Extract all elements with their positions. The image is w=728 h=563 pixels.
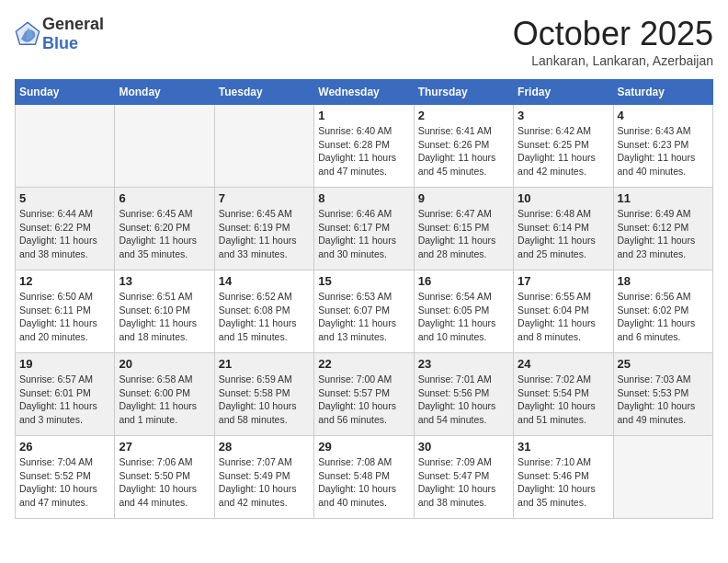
day-info: Sunrise: 6:46 AMSunset: 6:17 PMDaylight:… [318,207,409,261]
logo-wordmark: General Blue [42,15,104,53]
weekday-header-row: SundayMondayTuesdayWednesdayThursdayFrid… [16,80,713,105]
day-info: Sunrise: 6:42 AMSunset: 6:25 PMDaylight:… [518,124,609,178]
day-info: Sunrise: 6:54 AMSunset: 6:05 PMDaylight:… [418,290,509,344]
calendar-cell: 18Sunrise: 6:56 AMSunset: 6:02 PMDayligh… [613,270,712,353]
calendar-week-row: 5Sunrise: 6:44 AMSunset: 6:22 PMDaylight… [16,188,713,270]
day-info: Sunrise: 6:48 AMSunset: 6:14 PMDaylight:… [518,207,609,261]
page-header: General Blue October 2025 Lankaran, Lank… [15,15,713,68]
calendar-cell: 31Sunrise: 7:10 AMSunset: 5:46 PMDayligh… [514,436,613,519]
weekday-header-tuesday: Tuesday [214,80,313,105]
weekday-header-saturday: Saturday [613,80,712,105]
day-info: Sunrise: 6:55 AMSunset: 6:04 PMDaylight:… [518,290,609,344]
day-number: 22 [318,357,409,371]
calendar-cell: 10Sunrise: 6:48 AMSunset: 6:14 PMDayligh… [514,188,613,270]
day-number: 18 [618,274,709,288]
calendar-cell [16,105,115,188]
logo: General Blue [15,15,104,53]
calendar-cell: 20Sunrise: 6:58 AMSunset: 6:00 PMDayligh… [115,353,214,436]
day-number: 19 [19,357,110,371]
calendar-cell: 1Sunrise: 6:40 AMSunset: 6:28 PMDaylight… [314,105,414,188]
calendar-cell [115,105,214,188]
calendar-cell: 24Sunrise: 7:02 AMSunset: 5:54 PMDayligh… [514,353,613,436]
day-info: Sunrise: 6:45 AMSunset: 6:19 PMDaylight:… [219,207,310,261]
calendar-week-row: 1Sunrise: 6:40 AMSunset: 6:28 PMDaylight… [16,105,713,188]
day-info: Sunrise: 7:03 AMSunset: 5:53 PMDaylight:… [618,373,709,427]
calendar-cell: 3Sunrise: 6:42 AMSunset: 6:25 PMDaylight… [514,105,613,188]
day-number: 29 [318,440,409,454]
weekday-header-monday: Monday [115,80,214,105]
weekday-header-friday: Friday [514,80,613,105]
day-info: Sunrise: 7:08 AMSunset: 5:48 PMDaylight:… [318,455,409,510]
day-number: 8 [318,191,409,205]
calendar-cell: 6Sunrise: 6:45 AMSunset: 6:20 PMDaylight… [115,188,214,270]
calendar-cell: 21Sunrise: 6:59 AMSunset: 5:58 PMDayligh… [214,353,313,436]
day-info: Sunrise: 6:40 AMSunset: 6:28 PMDaylight:… [318,124,409,178]
day-number: 3 [518,109,609,122]
calendar-cell: 11Sunrise: 6:49 AMSunset: 6:12 PMDayligh… [613,188,712,270]
calendar-cell: 9Sunrise: 6:47 AMSunset: 6:15 PMDaylight… [414,188,513,270]
calendar-cell [214,105,313,188]
calendar-cell: 30Sunrise: 7:09 AMSunset: 5:47 PMDayligh… [414,436,513,519]
day-info: Sunrise: 7:01 AMSunset: 5:56 PMDaylight:… [418,373,509,427]
day-number: 9 [418,191,509,205]
day-number: 2 [418,109,509,122]
day-number: 26 [19,440,110,454]
day-info: Sunrise: 7:02 AMSunset: 5:54 PMDaylight:… [518,373,609,427]
calendar-cell: 5Sunrise: 6:44 AMSunset: 6:22 PMDaylight… [16,188,115,270]
calendar-cell: 4Sunrise: 6:43 AMSunset: 6:23 PMDaylight… [613,105,712,188]
calendar-cell: 12Sunrise: 6:50 AMSunset: 6:11 PMDayligh… [16,270,115,353]
day-number: 23 [418,357,509,371]
day-info: Sunrise: 6:47 AMSunset: 6:15 PMDaylight:… [418,207,509,261]
day-info: Sunrise: 6:53 AMSunset: 6:07 PMDaylight:… [318,290,409,344]
calendar-cell: 13Sunrise: 6:51 AMSunset: 6:10 PMDayligh… [115,270,214,353]
day-number: 20 [119,357,210,371]
day-number: 28 [219,440,310,454]
day-info: Sunrise: 6:51 AMSunset: 6:10 PMDaylight:… [119,290,210,344]
day-number: 5 [19,191,110,205]
day-info: Sunrise: 7:09 AMSunset: 5:47 PMDaylight:… [418,455,509,510]
day-number: 30 [418,440,509,454]
day-number: 13 [119,274,210,288]
day-number: 25 [618,357,709,371]
day-number: 17 [518,274,609,288]
day-info: Sunrise: 6:49 AMSunset: 6:12 PMDaylight:… [618,207,709,261]
calendar-cell: 23Sunrise: 7:01 AMSunset: 5:56 PMDayligh… [414,353,513,436]
day-number: 12 [19,274,110,288]
day-number: 14 [219,274,310,288]
month-title: October 2025 [513,15,713,53]
calendar-cell: 29Sunrise: 7:08 AMSunset: 5:48 PMDayligh… [314,436,414,519]
logo-general: General [42,15,104,33]
calendar-week-row: 26Sunrise: 7:04 AMSunset: 5:52 PMDayligh… [16,436,713,519]
day-number: 11 [618,191,709,205]
calendar-cell [613,436,712,519]
day-number: 21 [219,357,310,371]
calendar-cell: 26Sunrise: 7:04 AMSunset: 5:52 PMDayligh… [16,436,115,519]
calendar-cell: 8Sunrise: 6:46 AMSunset: 6:17 PMDaylight… [314,188,414,270]
day-info: Sunrise: 7:04 AMSunset: 5:52 PMDaylight:… [19,455,110,510]
calendar-cell: 22Sunrise: 7:00 AMSunset: 5:57 PMDayligh… [314,353,414,436]
day-info: Sunrise: 6:50 AMSunset: 6:11 PMDaylight:… [19,290,110,344]
calendar-cell: 15Sunrise: 6:53 AMSunset: 6:07 PMDayligh… [314,270,414,353]
day-info: Sunrise: 6:56 AMSunset: 6:02 PMDaylight:… [618,290,709,344]
day-info: Sunrise: 7:00 AMSunset: 5:57 PMDaylight:… [318,373,409,427]
day-number: 24 [518,357,609,371]
day-info: Sunrise: 6:44 AMSunset: 6:22 PMDaylight:… [19,207,110,261]
day-info: Sunrise: 6:57 AMSunset: 6:01 PMDaylight:… [19,373,110,427]
calendar-cell: 16Sunrise: 6:54 AMSunset: 6:05 PMDayligh… [414,270,513,353]
day-number: 16 [418,274,509,288]
day-info: Sunrise: 6:52 AMSunset: 6:08 PMDaylight:… [219,290,310,344]
calendar-cell: 7Sunrise: 6:45 AMSunset: 6:19 PMDaylight… [214,188,313,270]
logo-blue: Blue [42,34,78,52]
day-number: 1 [318,109,409,122]
day-info: Sunrise: 6:43 AMSunset: 6:23 PMDaylight:… [618,124,709,178]
day-number: 4 [618,109,709,122]
day-info: Sunrise: 7:10 AMSunset: 5:46 PMDaylight:… [518,455,609,510]
day-info: Sunrise: 6:45 AMSunset: 6:20 PMDaylight:… [119,207,210,261]
day-info: Sunrise: 7:07 AMSunset: 5:49 PMDaylight:… [219,455,310,510]
day-number: 27 [119,440,210,454]
location-subtitle: Lankaran, Lankaran, Azerbaijan [513,53,713,68]
day-info: Sunrise: 6:41 AMSunset: 6:26 PMDaylight:… [418,124,509,178]
calendar-cell: 28Sunrise: 7:07 AMSunset: 5:49 PMDayligh… [214,436,313,519]
weekday-header-wednesday: Wednesday [314,80,414,105]
weekday-header-sunday: Sunday [16,80,115,105]
